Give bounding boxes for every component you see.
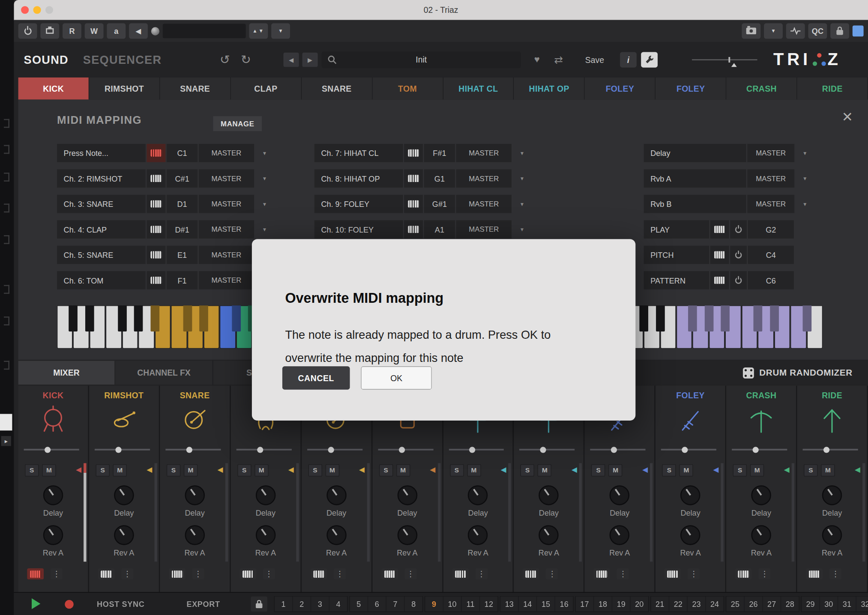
delay-knob[interactable] <box>822 485 842 505</box>
volume-slider-thumb[interactable] <box>823 447 829 453</box>
mapping-label[interactable]: Ch. 7: HIHAT CL <box>314 144 403 162</box>
mapping-dropdown-arrow[interactable]: ▼ <box>512 169 531 188</box>
mapping-output[interactable]: MASTER <box>456 144 512 162</box>
mapping-output[interactable]: MASTER <box>199 246 254 264</box>
midi-learn-button[interactable] <box>147 144 165 162</box>
back-button[interactable]: ◀ <box>129 23 148 39</box>
step-31[interactable]: 31 <box>838 597 856 612</box>
volume-slider[interactable] <box>95 449 150 451</box>
step-20[interactable]: 20 <box>630 597 648 612</box>
volume-slider-thumb[interactable] <box>611 447 617 453</box>
piano-black-key[interactable] <box>688 305 697 331</box>
info-button[interactable]: i <box>620 52 637 67</box>
mute-button[interactable]: M <box>608 464 622 476</box>
step-19[interactable]: 19 <box>612 597 630 612</box>
mapping-label[interactable]: Ch. 6: TOM <box>57 271 146 290</box>
pan-arrow-icon[interactable]: ◀ <box>642 466 648 474</box>
step-14[interactable]: 14 <box>518 597 536 612</box>
mapping-dropdown-arrow[interactable]: ▼ <box>796 169 814 188</box>
mapping-label[interactable]: Ch. 5: SNARE <box>57 246 146 264</box>
mute-button[interactable]: M <box>396 464 410 476</box>
volume-slider-thumb[interactable] <box>682 447 688 453</box>
volume-slider-thumb[interactable] <box>540 447 546 453</box>
step-30[interactable]: 30 <box>819 597 838 612</box>
close-panel-button[interactable]: × <box>842 107 853 125</box>
volume-slider[interactable] <box>378 449 433 451</box>
volume-slider[interactable] <box>449 449 504 451</box>
color-swatch[interactable] <box>853 25 864 36</box>
automation-curve-button[interactable] <box>786 23 805 39</box>
mapping-label[interactable]: Ch. 2: RIMSHOT <box>57 169 146 188</box>
step-15[interactable]: 15 <box>536 597 555 612</box>
delay-knob[interactable] <box>680 485 700 505</box>
delay-knob[interactable] <box>468 485 488 505</box>
quick-controls-button[interactable]: QC <box>808 23 827 39</box>
step-18[interactable]: 18 <box>593 597 612 612</box>
piano-black-key[interactable] <box>802 305 811 331</box>
piano-black-key[interactable] <box>754 305 763 331</box>
strip-menu-button[interactable]: ⋮ <box>829 568 841 579</box>
strip-menu-button[interactable]: ⋮ <box>617 568 629 579</box>
solo-button[interactable]: S <box>733 464 747 476</box>
mapping-dropdown-arrow[interactable]: ▼ <box>512 220 531 239</box>
mapping-label[interactable]: Ch. 8: HIHAT OP <box>314 169 403 188</box>
reverb-knob[interactable] <box>822 525 842 545</box>
mapping-label[interactable]: Press Note... <box>57 144 146 162</box>
step-21[interactable]: 21 <box>651 597 668 612</box>
midi-learn-button[interactable] <box>98 568 115 579</box>
drum-tab-tom[interactable]: TOM <box>372 78 443 100</box>
step-32[interactable]: 32 <box>856 597 868 612</box>
strip-menu-button[interactable]: ⋮ <box>263 568 275 579</box>
strip-menu-button[interactable]: ⋮ <box>758 568 770 579</box>
midi-learn-button[interactable] <box>147 246 165 264</box>
tab-sound[interactable]: SOUND <box>24 53 69 66</box>
delay-knob[interactable] <box>539 485 559 505</box>
preset-name-field[interactable] <box>163 24 246 39</box>
solo-button[interactable]: S <box>591 464 605 476</box>
volume-slider-thumb[interactable] <box>398 447 404 453</box>
read-automation-button[interactable]: R <box>63 23 81 39</box>
strip-menu-button[interactable]: ⋮ <box>546 568 558 579</box>
pan-arrow-icon[interactable]: ◀ <box>855 466 860 474</box>
strip-menu-button[interactable]: ⋮ <box>192 568 204 579</box>
pan-arrow-icon[interactable]: ◀ <box>288 466 294 474</box>
volume-slider[interactable] <box>24 449 79 451</box>
pan-arrow-icon[interactable]: ◀ <box>359 466 365 474</box>
mapping-output[interactable]: MASTER <box>747 144 794 162</box>
drum-tab-crash[interactable]: CRASH <box>727 78 797 100</box>
mapping-dropdown-arrow[interactable]: ▼ <box>255 220 274 239</box>
midi-learn-button[interactable] <box>806 568 823 579</box>
reverb-knob[interactable] <box>114 525 134 545</box>
midi-learn-button[interactable] <box>664 568 681 579</box>
mapping-dropdown-arrow[interactable]: ▼ <box>796 144 814 162</box>
pan-arrow-icon[interactable]: ◀ <box>76 466 81 474</box>
compare-button[interactable] <box>40 23 59 39</box>
mute-button[interactable]: M <box>325 464 339 476</box>
mapping-dropdown-arrow[interactable]: ▼ <box>512 195 531 213</box>
midi-learn-button[interactable] <box>381 568 398 579</box>
snapshot-button[interactable] <box>742 23 760 39</box>
piano-black-key[interactable] <box>639 305 648 331</box>
pattern-lock-button[interactable] <box>251 597 267 612</box>
pan-arrow-icon[interactable]: ◀ <box>784 466 790 474</box>
view-dropdown-button[interactable]: ▼ <box>764 23 783 39</box>
midi-learn-button[interactable] <box>735 568 752 579</box>
piano-black-key[interactable] <box>85 305 94 331</box>
midi-learn-button[interactable] <box>404 169 423 188</box>
midi-learn-button[interactable] <box>169 568 186 579</box>
strip-menu-button[interactable]: ⋮ <box>475 568 487 579</box>
volume-slider[interactable] <box>165 449 221 451</box>
reverb-knob[interactable] <box>468 525 488 545</box>
mute-button[interactable]: M <box>467 464 481 476</box>
midi-learn-button[interactable] <box>710 220 729 239</box>
mapping-label[interactable]: Ch. 3: SNARE <box>57 195 146 213</box>
mute-button[interactable]: M <box>42 464 56 476</box>
mapping-output[interactable]: MASTER <box>199 169 254 188</box>
midi-learn-button[interactable] <box>594 568 611 579</box>
preset-menu-button[interactable]: ▼ <box>271 23 290 39</box>
redo-button[interactable]: ↻ <box>241 53 251 67</box>
save-button[interactable]: Save <box>585 55 604 65</box>
mapping-output[interactable]: MASTER <box>199 144 254 162</box>
step-5[interactable]: 5 <box>350 597 368 612</box>
step-13[interactable]: 13 <box>500 597 518 612</box>
